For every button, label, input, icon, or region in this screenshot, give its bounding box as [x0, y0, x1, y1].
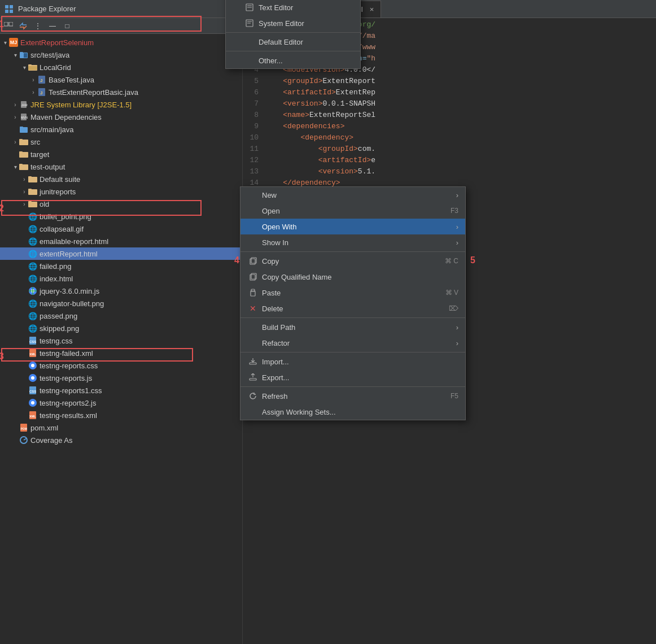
tree-arrow	[20, 338, 28, 344]
tree-label-extent-report: extentReport.html	[40, 250, 98, 258]
tab-close-button[interactable]: ×	[370, 5, 374, 14]
ctx-delete[interactable]: ✕ Delete ⌦	[240, 301, 465, 316]
ctx-copy-qualified[interactable]: Copy Qualified Name	[240, 269, 465, 285]
tree-item-testng-reports-js[interactable]: testng-reports.js	[0, 372, 242, 384]
refresh-icon	[247, 392, 259, 400]
tree-item-default-suite[interactable]: › Default suite	[0, 173, 242, 185]
tree-item-test-output[interactable]: ▾ test-output	[0, 160, 242, 173]
tree-arrow	[20, 214, 28, 220]
src-folder-icon	[19, 50, 28, 59]
ctx-assign[interactable]: Assign Working Sets...	[240, 404, 465, 420]
ctx-build-path[interactable]: Build Path ›	[240, 319, 465, 335]
tree-arrow: ›	[11, 139, 19, 145]
ctx-build-path-arrow: ›	[456, 323, 458, 332]
tree-arrow	[20, 350, 28, 356]
ctx-copy[interactable]: Copy ⌘ C	[240, 253, 465, 269]
code-line: 13 <version>5.1.	[243, 166, 656, 177]
tree-item-localgrid[interactable]: ▾ LocalGrid	[0, 61, 242, 73]
tree-label: Default suite	[40, 175, 80, 184]
tree-item-bullet-point[interactable]: 🌐 bullet_point.png	[0, 210, 242, 223]
tree-arrow: ›	[11, 114, 19, 120]
submenu-default-editor[interactable]: Default Editor	[226, 34, 360, 50]
tree-item-testng-results-xml[interactable]: XML testng-results.xml	[0, 409, 242, 421]
java-file-icon: J	[37, 75, 46, 84]
tree-arrow	[11, 425, 19, 431]
tree-item-extent-report[interactable]: 🌐 extentReport.html	[0, 247, 242, 260]
tree-item-testng-reports-css[interactable]: testng-reports.css	[0, 359, 242, 372]
tree-item-target[interactable]: target	[0, 148, 242, 160]
line-number: 6	[243, 87, 265, 98]
tree-item-root[interactable]: ▾ MJ ExtentReportSelenium	[0, 36, 242, 49]
toolbar-maximize-button[interactable]: □	[61, 20, 73, 32]
tree-item-passed[interactable]: 🌐 passed.png	[0, 310, 242, 322]
toolbar-menu-button[interactable]: ⋮	[32, 20, 44, 32]
ctx-refresh[interactable]: Refresh F5	[240, 388, 465, 404]
ctx-refactor[interactable]: Refactor ›	[240, 335, 465, 351]
submenu-text-editor[interactable]: Text Editor	[226, 0, 360, 15]
toolbar-collapse-button[interactable]	[2, 20, 15, 32]
tree-label: LocalGrid	[40, 63, 71, 72]
tree-label: testng-reports2.js	[40, 399, 96, 407]
tree-item-jre[interactable]: › JAR JRE System Library [J2SE-1.5]	[0, 98, 242, 111]
tree-item-testng-failed-xml[interactable]: XML testng-failed.xml	[0, 347, 242, 359]
tree-label-test-output: test-output	[30, 163, 65, 171]
submenu-other[interactable]: Other...	[226, 53, 360, 68]
tree-item-maven[interactable]: › MVN Maven Dependencies	[0, 111, 242, 123]
globe-icon: 🌐	[28, 274, 37, 283]
toolbar-sync-button[interactable]	[17, 20, 29, 32]
tree-item-skipped[interactable]: 🌐 skipped.png	[0, 322, 242, 334]
ctx-paste-shortcut: ⌘ V	[445, 289, 458, 297]
line-number: 13	[243, 166, 265, 177]
ctx-delete-label: Delete	[262, 304, 449, 313]
tree-label: collapseall.gif	[40, 225, 84, 233]
tree-item-old[interactable]: › old	[0, 198, 242, 210]
ctx-copy-qualified-label: Copy Qualified Name	[262, 273, 458, 281]
svg-rect-25	[19, 151, 23, 153]
tree-item-testng-reports1-css[interactable]: CSS testng-reports1.css	[0, 384, 242, 397]
tree-label: skipped.png	[40, 324, 79, 333]
tree-item-collapseall[interactable]: 🌐 collapseall.gif	[0, 223, 242, 235]
tree-item-src-main[interactable]: src/main/java	[0, 123, 242, 136]
tree-item-testng-reports2-js[interactable]: testng-reports2.js	[0, 397, 242, 409]
ctx-new[interactable]: New ›	[240, 187, 465, 203]
tree-item-jquery[interactable]: jquery-3.6.0.min.js	[0, 285, 242, 297]
tree-item-junitreports[interactable]: › junitreports	[0, 185, 242, 198]
ctx-open-shortcut: F3	[451, 207, 458, 215]
tree-item-coverage[interactable]: Coverage As	[0, 434, 242, 446]
tree-item-testextent[interactable]: › J TestExtentReportBasic.java	[0, 86, 242, 98]
ctx-open[interactable]: Open F3	[240, 203, 465, 219]
ctx-import[interactable]: Import...	[240, 354, 465, 369]
ctx-show-in[interactable]: Show In ›	[240, 234, 465, 250]
tree-item-basetest[interactable]: › J BaseTest.java	[0, 73, 242, 86]
tree-arrow: ›	[29, 89, 37, 95]
tree-item-testng-css[interactable]: CSS testng.css	[0, 334, 242, 347]
tree-item-src[interactable]: › src	[0, 136, 242, 148]
svg-rect-59	[250, 363, 256, 364]
tree-label: failed.png	[40, 262, 71, 271]
tree-arrow	[20, 313, 28, 319]
svg-text:CSS: CSS	[29, 390, 36, 393]
tree-item-failed[interactable]: 🌐 failed.png	[0, 260, 242, 272]
code-line: 9 <dependencies>	[243, 121, 656, 132]
svg-rect-0	[5, 5, 8, 8]
tree-item-index[interactable]: 🌐 index.html	[0, 272, 242, 285]
tree-item-pom[interactable]: POM pom.xml	[0, 421, 242, 434]
tree-item-src-test-java[interactable]: ▾ src/test/java	[0, 49, 242, 61]
submenu-system-editor[interactable]: System Editor	[226, 15, 360, 31]
ctx-paste[interactable]: Paste ⌘ V	[240, 285, 465, 301]
coverage-icon	[19, 436, 28, 445]
line-number: 11	[243, 143, 265, 155]
ctx-paste-label: Paste	[262, 289, 445, 297]
ctx-open-with[interactable]: Open With ›	[240, 219, 465, 234]
tree-label: testng-reports.css	[40, 362, 98, 370]
tree-label: src	[30, 138, 40, 146]
tree-arrow: ›	[20, 201, 28, 207]
system-editor-icon	[244, 19, 255, 27]
ctx-export[interactable]: Export...	[240, 369, 465, 385]
ctx-show-in-arrow: ›	[456, 238, 458, 247]
copy-icon	[247, 257, 259, 265]
ctx-new-label: New	[262, 191, 452, 199]
tree-item-navigator-bullet[interactable]: 🌐 navigator-bullet.png	[0, 297, 242, 310]
toolbar-minimize-button[interactable]: —	[46, 20, 59, 32]
tree-item-emailable[interactable]: 🌐 emailable-report.html	[0, 235, 242, 247]
